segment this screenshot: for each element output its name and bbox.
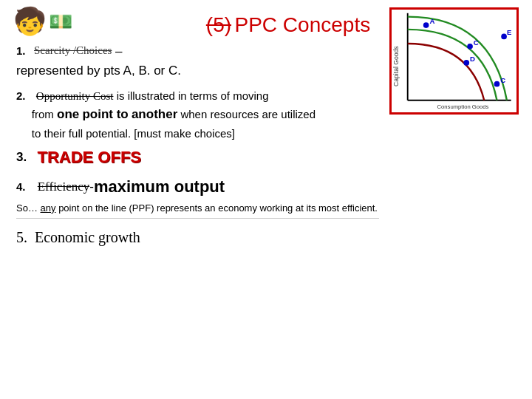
svg-text:E: E bbox=[507, 29, 512, 37]
point3: 3. TRADE OFFS bbox=[16, 148, 379, 167]
economic-growth-label: Economic growth bbox=[35, 229, 140, 245]
efficiency-label: Efficiency bbox=[38, 180, 89, 194]
p2-text2: from bbox=[32, 108, 54, 120]
p2-text3: point bbox=[82, 107, 116, 121]
svg-text:C: C bbox=[474, 38, 479, 47]
trade-offs-label: TRADE OFFS bbox=[37, 148, 141, 167]
p4-number: 4. bbox=[16, 180, 30, 193]
svg-text:C: C bbox=[500, 76, 505, 84]
x-axis-label: Consumption Goods bbox=[437, 103, 489, 110]
y-axis-label: Capital Goods bbox=[392, 46, 400, 86]
svg-point-4 bbox=[501, 34, 507, 40]
p2-text5: when resources are utilized bbox=[180, 108, 316, 120]
p1-dash: – bbox=[112, 44, 122, 59]
p2-text1: is illustrated in terms of moving bbox=[117, 89, 269, 102]
scarcity-choices-label: Scarcity /Choices bbox=[34, 44, 112, 57]
point2: 2. Opportunity Cost is illustrated in te… bbox=[16, 87, 379, 142]
p2-text4: another bbox=[132, 107, 177, 121]
svg-text:D: D bbox=[470, 55, 475, 63]
page: 🧒 💵 (5) PPC Concepts Capital Goods Consu… bbox=[0, 0, 532, 399]
so-text: So… bbox=[16, 202, 38, 214]
any-text: any bbox=[41, 202, 56, 214]
svg-point-10 bbox=[494, 81, 500, 87]
svg-point-8 bbox=[463, 60, 469, 66]
point1: 1. Scarcity /Choices – bbox=[16, 44, 379, 59]
p3-number: 3. bbox=[16, 150, 30, 165]
so-line: So… any point on the line (PPF) represen… bbox=[16, 202, 379, 219]
point4: 4. Efficiency - maximum output bbox=[16, 177, 379, 197]
ppc-svg: Capital Goods Consumption Goods A E C bbox=[392, 10, 516, 112]
p2-text6: to their full potential. [must make choi… bbox=[32, 127, 235, 140]
p1-number: 1. bbox=[16, 44, 30, 57]
svg-text:A: A bbox=[429, 17, 434, 25]
opportunity-cost-label: Opportunity Cost bbox=[36, 90, 114, 102]
p5-number: 5. bbox=[16, 229, 27, 245]
svg-point-2 bbox=[423, 22, 429, 28]
p2-number: 2. bbox=[16, 89, 26, 102]
figure-icon: 🧒 💵 bbox=[13, 6, 72, 37]
point5: 5. Economic growth bbox=[16, 229, 379, 246]
title-number: (5) bbox=[206, 13, 231, 36]
max-output-text: maximum output bbox=[94, 177, 225, 197]
svg-point-6 bbox=[467, 44, 473, 50]
p2-bold1: one bbox=[57, 107, 79, 121]
title-ppc: PPC Concepts bbox=[235, 13, 371, 36]
represented-line: represented by pts A, B. or C. bbox=[16, 64, 379, 78]
ppf-text: point on the line (PPF) represents an ec… bbox=[58, 202, 378, 214]
p2-bold2: to bbox=[117, 107, 129, 121]
ppc-chart: Capital Goods Consumption Goods A E C bbox=[389, 7, 519, 115]
